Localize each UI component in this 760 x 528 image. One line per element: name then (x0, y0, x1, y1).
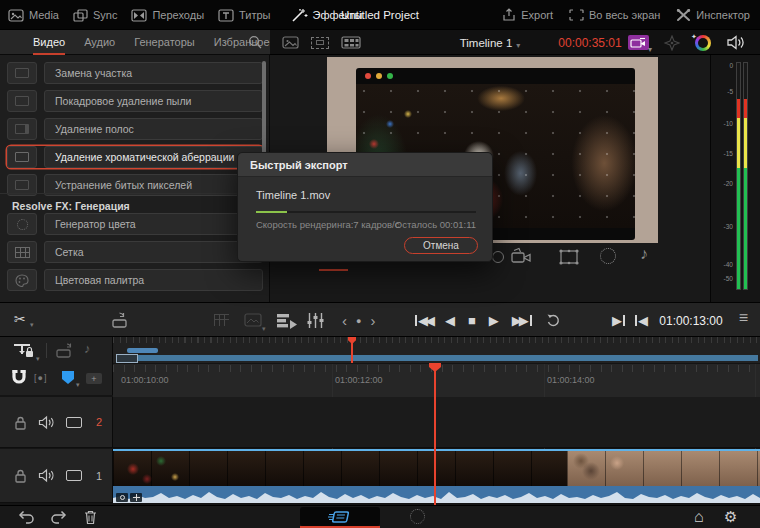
undo-icon[interactable] (18, 510, 35, 524)
track-2-header[interactable]: 2 (0, 397, 113, 448)
active-tool-underline (319, 269, 348, 271)
color-enhance-icon[interactable]: ✦ (695, 35, 711, 51)
track-2-audio-icon[interactable] (38, 415, 55, 430)
export-progress-track (256, 211, 476, 213)
effect-row-grid[interactable]: Сетка (7, 241, 263, 263)
disabled-grid-tool-icon[interactable] (214, 314, 229, 326)
clip-thumbnails-scene-a (113, 451, 567, 486)
library-scrollbar[interactable] (262, 61, 266, 161)
track-2-number: 2 (96, 416, 102, 428)
project-title[interactable]: Untitled Project (300, 0, 460, 30)
effects-library: Замена участка Покадровое удаление пыли … (0, 55, 270, 302)
record-dot-icon[interactable]: ● (356, 316, 361, 326)
fullscreen-button[interactable]: Во весь экран (569, 9, 660, 21)
grid-icon (7, 241, 37, 263)
timeline-selector[interactable]: Timeline 1 (460, 37, 513, 49)
effect-row-color-palette[interactable]: Цветовая палитра (7, 269, 263, 291)
track-1-lane[interactable] (113, 449, 760, 503)
marker-flag-icon[interactable] (62, 371, 74, 384)
menu-sync[interactable]: Sync (73, 9, 117, 22)
jog-forward-icon[interactable]: › (370, 312, 375, 329)
add-marker-icon[interactable]: + (86, 373, 102, 384)
redo-icon[interactable] (50, 510, 67, 524)
effect-row-dust-removal[interactable]: Покадровое удаление пыли (7, 90, 263, 112)
blur-tool-icon[interactable] (600, 248, 616, 264)
stop-button[interactable]: ■ (468, 314, 476, 327)
audio-tool-icon[interactable]: ♪ (640, 245, 648, 263)
chromatic-aberration-icon (7, 146, 37, 168)
jog-back-icon[interactable]: ‹ (342, 312, 347, 329)
play-to-last-icon[interactable]: ▶ (612, 314, 625, 327)
viewer-media-icon[interactable] (282, 36, 299, 49)
trim-tool-icon[interactable] (12, 342, 36, 359)
step-back-button[interactable]: ◀ (445, 314, 455, 327)
timeline-clip[interactable] (113, 449, 760, 503)
fullscreen-label: Во весь экран (589, 9, 660, 21)
patch-replacer-icon (7, 62, 37, 84)
viewer-safe-area-icon[interactable] (311, 37, 329, 49)
loop-icon[interactable] (545, 313, 562, 328)
track-2-lane[interactable] (113, 397, 760, 448)
transport-timecode[interactable]: 01:00:13:00 (658, 303, 724, 338)
go-to-end-button[interactable]: ▶▶ (512, 314, 532, 327)
timeline-options-icon[interactable]: ≡ (739, 309, 748, 327)
tab-video[interactable]: Видео (33, 30, 65, 55)
dust-removal-icon (7, 90, 37, 112)
timeline-view-icon[interactable] (276, 312, 298, 329)
menu-titles[interactable]: Титры (218, 9, 270, 22)
track-1-header[interactable]: 1 (0, 449, 113, 503)
track-1-number: 1 (96, 470, 102, 482)
go-to-start-button[interactable]: ◀◀ (415, 314, 432, 327)
linked-selection-icon[interactable]: [●] (34, 373, 47, 383)
menu-media-label: Media (29, 9, 59, 21)
speaker-icon[interactable] (726, 34, 746, 51)
transform-tool-icon[interactable] (558, 248, 580, 266)
play-button[interactable]: ▶ (489, 314, 499, 327)
cancel-export-button[interactable]: Отмена (404, 237, 478, 254)
tab-generators[interactable]: Генераторы (134, 30, 195, 55)
cut-tool-icon[interactable]: ✂ (14, 311, 26, 327)
speed-tool-icon[interactable] (492, 251, 504, 263)
place-on-top-icon[interactable] (55, 343, 75, 359)
track-2-lock-icon[interactable] (14, 415, 27, 430)
export-button[interactable]: Export (502, 8, 553, 22)
camera-tool-icon[interactable] (510, 247, 534, 266)
master-timecode[interactable]: 00:00:35:01 (555, 30, 625, 55)
menu-titles-label: Титры (239, 9, 270, 21)
snap-magnet-icon[interactable] (10, 368, 28, 386)
camera-source-icon[interactable]: ▾ (628, 35, 649, 50)
trash-icon[interactable] (84, 510, 97, 525)
track-1-audio-icon[interactable] (38, 468, 55, 483)
search-icon[interactable] (248, 35, 262, 49)
meter-scale-15: -15 (724, 150, 733, 157)
disabled-clip-tool-icon[interactable] (244, 313, 262, 327)
inspector-button[interactable]: Инспектор (676, 8, 750, 22)
color-page-icon[interactable] (410, 509, 425, 524)
timeline-overview[interactable] (113, 337, 760, 363)
effect-row-deband[interactable]: Удаление полос (7, 118, 263, 140)
clip-fx-badge-icon (116, 493, 128, 502)
mixer-icon[interactable] (306, 312, 325, 329)
effect-row-patch-replacer[interactable]: Замена участка (7, 62, 263, 84)
track-1-enable-icon[interactable] (66, 470, 82, 481)
playhead-line[interactable] (434, 363, 436, 505)
top-bar: Media Sync Переходы Титры Эффекты Untitl… (0, 0, 760, 30)
overview-viewport-box[interactable] (116, 354, 138, 363)
effect-row-color-generator[interactable]: Генератор цвета (7, 213, 263, 235)
menu-transitions[interactable]: Переходы (131, 9, 204, 22)
place-audio-icon[interactable]: ♪ (84, 341, 91, 356)
menu-media[interactable]: Media (8, 9, 59, 22)
tab-audio[interactable]: Аудио (84, 30, 115, 55)
home-icon[interactable]: ⌂ (694, 506, 704, 528)
go-to-first-icon[interactable]: ◀ (635, 314, 648, 327)
track-2-enable-icon[interactable] (66, 417, 82, 428)
viewer-filmstrip-icon[interactable] (341, 36, 361, 49)
insert-clip-icon[interactable] (110, 312, 130, 329)
effect-row-chromatic-aberration[interactable]: Удаление хроматической аберрации (7, 146, 263, 168)
tracker-icon[interactable] (663, 35, 681, 51)
track-1-lock-icon[interactable] (14, 468, 27, 483)
cut-page-button[interactable] (300, 507, 380, 526)
overview-track2-bar (127, 348, 158, 353)
traffic-light-yellow (376, 73, 382, 79)
settings-gear-icon[interactable]: ⚙ (724, 506, 737, 528)
